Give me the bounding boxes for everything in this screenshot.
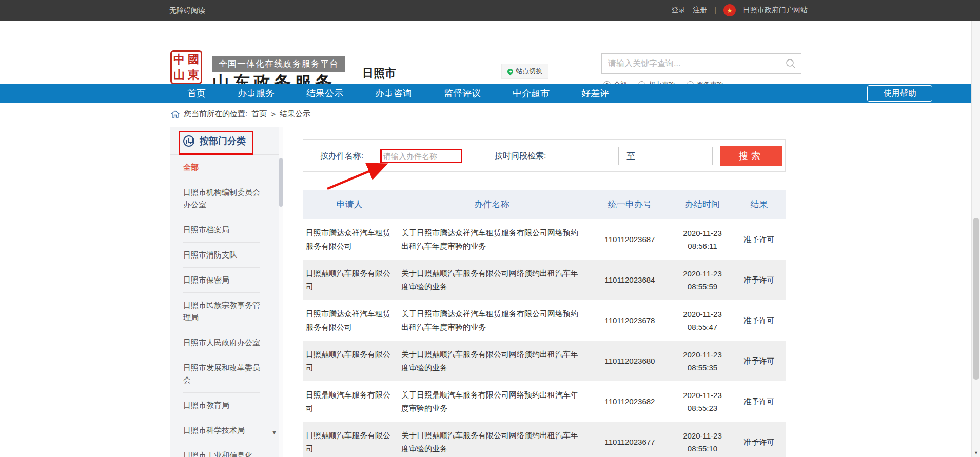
page-scrollbar[interactable]: ▼ xyxy=(971,21,980,457)
sidebar-item[interactable]: 日照市消防支队 xyxy=(183,243,260,268)
name-filter-label: 按办件名称: xyxy=(320,140,363,172)
cell-applicant: 日照市腾达众祥汽车租赁服务有限公司 xyxy=(303,302,396,339)
nav-item[interactable]: 首页 xyxy=(187,84,206,103)
nav-item[interactable]: 结果公示 xyxy=(306,84,343,103)
cell-title: 关于日照市腾达众祥汽车租赁服务有限公司网络预约出租汽车年度审验的业务 xyxy=(396,221,587,258)
results-table-body: 日照市腾达众祥汽车租赁服务有限公司关于日照市腾达众祥汽车租赁服务有限公司网络预约… xyxy=(303,219,786,457)
col-result: 结果 xyxy=(733,198,786,210)
col-title: 办件名称 xyxy=(396,198,587,210)
cell-id: 110112023687 xyxy=(587,233,672,246)
sidebar-item[interactable]: 日照市档案局 xyxy=(183,217,260,243)
date-from-input[interactable] xyxy=(546,147,619,165)
cell-result: 准予许可 xyxy=(733,314,786,327)
nav-item[interactable]: 中介超市 xyxy=(513,84,550,103)
cell-finish-time: 2020-11-2308:55:47 xyxy=(672,308,733,333)
cell-title: 关于日照鼎顺汽车服务有限公司网络预约出租汽车年度审验的业务 xyxy=(396,262,587,299)
cell-applicant: 日照鼎顺汽车服务有限公司 xyxy=(303,343,396,380)
table-row: 日照鼎顺汽车服务有限公司关于日照鼎顺汽车服务有限公司网络预约出租汽车年度审验的业… xyxy=(303,422,786,457)
breadcrumb-current[interactable]: 结果公示 xyxy=(280,109,310,119)
sidebar-item[interactable]: 日照市机构编制委员会办公室 xyxy=(183,180,260,217)
to-label: 至 xyxy=(626,140,635,172)
nav-items: 首页办事服务结果公示办事咨询监督评议中介超市好差评 xyxy=(187,84,609,103)
nav-item[interactable]: 好差评 xyxy=(581,84,609,103)
cell-applicant: 日照市腾达众祥汽车租赁服务有限公司 xyxy=(303,221,396,258)
home-icon xyxy=(171,110,180,118)
cell-id: 110112023677 xyxy=(587,435,672,449)
cell-applicant: 日照鼎顺汽车服务有限公司 xyxy=(303,424,396,457)
table-row: 日照鼎顺汽车服务有限公司关于日照鼎顺汽车服务有限公司网络预约出租汽车年度审验的业… xyxy=(303,260,786,300)
search-button[interactable]: 搜索 xyxy=(720,146,782,166)
cell-title: 关于日照鼎顺汽车服务有限公司网络预约出租汽车年度审验的业务 xyxy=(396,343,587,380)
platform-badge: 全国一体化在线政务服务平台 xyxy=(212,56,345,72)
sidebar-item[interactable]: 日照市人民政府办公室 xyxy=(183,330,260,355)
filter-bar: 按办件名称: 按时间段检索: 至 搜索 xyxy=(303,139,786,172)
cell-title: 关于日照鼎顺汽车服务有限公司网络预约出租汽车年度审验的业务 xyxy=(396,383,587,420)
sidebar-item[interactable]: 日照市科学技术局 xyxy=(183,418,260,443)
table-row: 日照鼎顺汽车服务有限公司关于日照鼎顺汽车服务有限公司网络预约出租汽车年度审验的业… xyxy=(303,341,786,381)
results-table: 申请人 办件名称 统一申办号 办结时间 结果 日照市腾达众祥汽车租赁服务有限公司… xyxy=(303,190,786,457)
cell-id: 110112023680 xyxy=(587,354,672,368)
shandong-seal-logo: 中國 山東 xyxy=(170,50,202,84)
cell-applicant: 日照鼎顺汽车服务有限公司 xyxy=(303,383,396,420)
col-applicant: 申请人 xyxy=(303,198,396,210)
keyword-search-input[interactable] xyxy=(608,54,777,73)
table-row: 日照市腾达众祥汽车租赁服务有限公司关于日照市腾达众祥汽车租赁服务有限公司网络预约… xyxy=(303,219,786,260)
magnifier-icon[interactable] xyxy=(786,58,796,69)
keyword-search-box xyxy=(601,53,801,74)
register-link[interactable]: 注册 xyxy=(693,6,707,15)
scroll-down-arrow-icon[interactable]: ▼ xyxy=(972,448,980,457)
cell-title: 关于日照市腾达众祥汽车租赁服务有限公司网络预约出租汽车年度审验的业务 xyxy=(396,302,587,339)
breadcrumb-separator: > xyxy=(271,110,276,118)
name-filter-input[interactable] xyxy=(379,147,466,165)
cell-finish-time: 2020-11-2308:56:11 xyxy=(672,227,733,252)
nav-item[interactable]: 办事咨询 xyxy=(375,84,412,103)
date-to-input[interactable] xyxy=(641,147,713,165)
cell-title: 关于日照鼎顺汽车服务有限公司网络预约出租汽车年度审验的业务 xyxy=(396,424,587,457)
cell-result: 准予许可 xyxy=(733,354,786,368)
location-pin-icon xyxy=(506,67,514,75)
nav-item[interactable]: 办事服务 xyxy=(238,84,275,103)
sidebar-item[interactable]: 日照市民族宗教事务管理局 xyxy=(183,293,260,330)
top-utility-bar: 无障碍阅读 登录 注册 | ★ 日照市政府门户网站 xyxy=(0,0,980,21)
cell-result: 准予许可 xyxy=(733,273,786,287)
col-id: 统一申办号 xyxy=(587,198,672,210)
cell-result: 准予许可 xyxy=(733,233,786,246)
col-finish-time: 办结时间 xyxy=(672,198,733,210)
sidebar-item[interactable]: 日照市保密局 xyxy=(183,268,260,293)
sidebar-item[interactable]: 日照市发展和改革委员会 xyxy=(183,355,260,393)
main-nav: 首页办事服务结果公示办事咨询监督评议中介超市好差评 使用帮助 xyxy=(0,84,980,103)
sidebar-scrollbar[interactable] xyxy=(279,127,283,457)
site-switch-button[interactable]: 站点切换 xyxy=(501,64,548,79)
table-row: 日照市腾达众祥汽车租赁服务有限公司关于日照市腾达众祥汽车租赁服务有限公司网络预约… xyxy=(303,300,786,341)
sidebar-scrollbar-thumb[interactable] xyxy=(279,158,283,207)
breadcrumb-home-link[interactable]: 首页 xyxy=(251,109,267,119)
breadcrumb-prefix: 您当前所在的位置: xyxy=(184,109,247,119)
site-switch-label: 站点切换 xyxy=(516,67,543,76)
nav-item[interactable]: 监督评议 xyxy=(444,84,481,103)
cell-id: 110112023682 xyxy=(587,395,672,408)
cell-finish-time: 2020-11-2308:55:59 xyxy=(672,267,733,293)
table-row: 日照鼎顺汽车服务有限公司关于日照鼎顺汽车服务有限公司网络预约出租汽车年度审验的业… xyxy=(303,381,786,422)
page-scrollbar-thumb[interactable] xyxy=(973,218,979,380)
portal-link[interactable]: 日照市政府门户网站 xyxy=(743,6,808,15)
sidebar-item[interactable]: 日照市工业和信息化 xyxy=(183,443,260,457)
cell-finish-time: 2020-11-2308:55:23 xyxy=(672,389,733,414)
table-header-row: 申请人 办件名称 统一申办号 办结时间 结果 xyxy=(303,190,786,219)
cell-id: 110112023684 xyxy=(587,273,672,287)
cell-result: 准予许可 xyxy=(733,435,786,449)
cell-finish-time: 2020-11-2308:55:35 xyxy=(672,348,733,374)
sidebar-title: 按部门分类 xyxy=(170,127,283,155)
sidebar-list: 全部日照市机构编制委员会办公室日照市档案局日照市消防支队日照市保密局日照市民族宗… xyxy=(170,155,283,457)
sidebar-item[interactable]: 日照市教育局 xyxy=(183,393,260,418)
time-filter-label: 按时间段检索: xyxy=(495,140,546,172)
accessibility-link[interactable]: 无障碍阅读 xyxy=(169,0,205,21)
department-sidebar: 按部门分类 全部日照市机构编制委员会办公室日照市档案局日照市消防支队日照市保密局… xyxy=(170,127,283,457)
cell-id: 110112023678 xyxy=(587,314,672,327)
chevron-down-icon[interactable]: ▼ xyxy=(271,429,277,435)
cell-applicant: 日照鼎顺汽车服务有限公司 xyxy=(303,262,396,299)
login-link[interactable]: 登录 xyxy=(671,6,685,15)
help-button[interactable]: 使用帮助 xyxy=(867,85,932,102)
site-header: 中國 山東 全国一体化在线政务服务平台 山东政务服务 日照市 站点切换 全部权力… xyxy=(0,21,980,84)
cell-result: 准予许可 xyxy=(733,395,786,408)
sidebar-item[interactable]: 全部 xyxy=(183,155,260,180)
